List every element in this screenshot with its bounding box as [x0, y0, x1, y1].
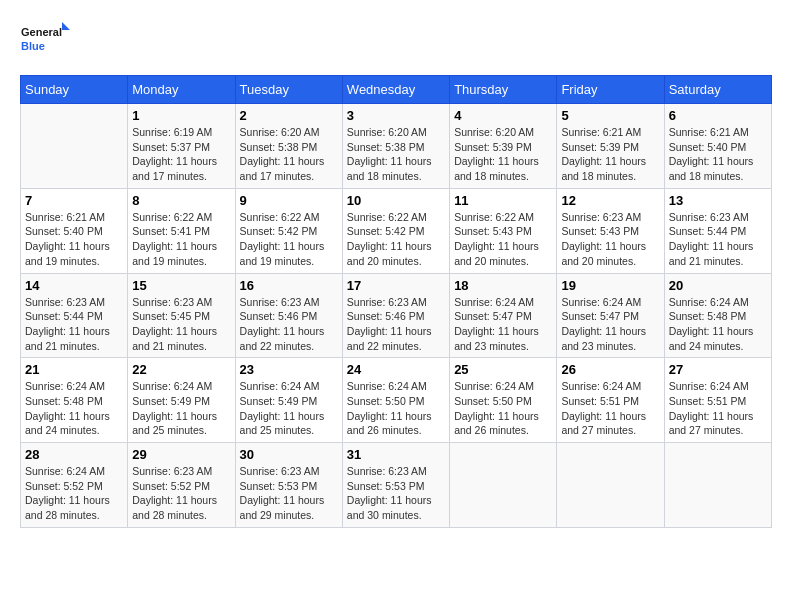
day-info: Sunrise: 6:22 AM Sunset: 5:42 PM Dayligh…	[240, 210, 338, 269]
day-number: 15	[132, 278, 230, 293]
calendar-cell	[21, 104, 128, 189]
calendar-cell: 19Sunrise: 6:24 AM Sunset: 5:47 PM Dayli…	[557, 273, 664, 358]
day-number: 4	[454, 108, 552, 123]
calendar-cell	[557, 443, 664, 528]
day-info: Sunrise: 6:20 AM Sunset: 5:38 PM Dayligh…	[347, 125, 445, 184]
calendar-cell: 28Sunrise: 6:24 AM Sunset: 5:52 PM Dayli…	[21, 443, 128, 528]
calendar-week-row: 7Sunrise: 6:21 AM Sunset: 5:40 PM Daylig…	[21, 188, 772, 273]
calendar-cell: 14Sunrise: 6:23 AM Sunset: 5:44 PM Dayli…	[21, 273, 128, 358]
calendar-header-sunday: Sunday	[21, 76, 128, 104]
day-info: Sunrise: 6:21 AM Sunset: 5:39 PM Dayligh…	[561, 125, 659, 184]
calendar-cell: 23Sunrise: 6:24 AM Sunset: 5:49 PM Dayli…	[235, 358, 342, 443]
calendar-cell: 24Sunrise: 6:24 AM Sunset: 5:50 PM Dayli…	[342, 358, 449, 443]
day-number: 10	[347, 193, 445, 208]
day-info: Sunrise: 6:24 AM Sunset: 5:48 PM Dayligh…	[25, 379, 123, 438]
calendar-header-wednesday: Wednesday	[342, 76, 449, 104]
calendar-cell: 17Sunrise: 6:23 AM Sunset: 5:46 PM Dayli…	[342, 273, 449, 358]
day-info: Sunrise: 6:24 AM Sunset: 5:49 PM Dayligh…	[240, 379, 338, 438]
calendar-cell: 13Sunrise: 6:23 AM Sunset: 5:44 PM Dayli…	[664, 188, 771, 273]
day-info: Sunrise: 6:20 AM Sunset: 5:39 PM Dayligh…	[454, 125, 552, 184]
logo: General Blue	[20, 20, 70, 65]
calendar-cell: 20Sunrise: 6:24 AM Sunset: 5:48 PM Dayli…	[664, 273, 771, 358]
day-info: Sunrise: 6:24 AM Sunset: 5:47 PM Dayligh…	[561, 295, 659, 354]
calendar-cell: 8Sunrise: 6:22 AM Sunset: 5:41 PM Daylig…	[128, 188, 235, 273]
calendar-cell: 4Sunrise: 6:20 AM Sunset: 5:39 PM Daylig…	[450, 104, 557, 189]
calendar-cell: 30Sunrise: 6:23 AM Sunset: 5:53 PM Dayli…	[235, 443, 342, 528]
day-number: 22	[132, 362, 230, 377]
day-number: 18	[454, 278, 552, 293]
day-number: 30	[240, 447, 338, 462]
calendar-cell: 29Sunrise: 6:23 AM Sunset: 5:52 PM Dayli…	[128, 443, 235, 528]
day-info: Sunrise: 6:23 AM Sunset: 5:46 PM Dayligh…	[240, 295, 338, 354]
day-number: 2	[240, 108, 338, 123]
calendar-header-monday: Monday	[128, 76, 235, 104]
day-info: Sunrise: 6:23 AM Sunset: 5:44 PM Dayligh…	[669, 210, 767, 269]
day-number: 1	[132, 108, 230, 123]
day-number: 3	[347, 108, 445, 123]
calendar-week-row: 28Sunrise: 6:24 AM Sunset: 5:52 PM Dayli…	[21, 443, 772, 528]
calendar-cell: 1Sunrise: 6:19 AM Sunset: 5:37 PM Daylig…	[128, 104, 235, 189]
day-info: Sunrise: 6:23 AM Sunset: 5:44 PM Dayligh…	[25, 295, 123, 354]
svg-text:General: General	[21, 26, 62, 38]
calendar-cell: 27Sunrise: 6:24 AM Sunset: 5:51 PM Dayli…	[664, 358, 771, 443]
day-number: 29	[132, 447, 230, 462]
page-header: General Blue	[20, 20, 772, 65]
day-number: 21	[25, 362, 123, 377]
day-number: 31	[347, 447, 445, 462]
day-info: Sunrise: 6:24 AM Sunset: 5:51 PM Dayligh…	[669, 379, 767, 438]
calendar-cell: 10Sunrise: 6:22 AM Sunset: 5:42 PM Dayli…	[342, 188, 449, 273]
day-info: Sunrise: 6:24 AM Sunset: 5:47 PM Dayligh…	[454, 295, 552, 354]
day-number: 7	[25, 193, 123, 208]
day-number: 12	[561, 193, 659, 208]
calendar-cell: 25Sunrise: 6:24 AM Sunset: 5:50 PM Dayli…	[450, 358, 557, 443]
day-number: 20	[669, 278, 767, 293]
calendar-cell: 12Sunrise: 6:23 AM Sunset: 5:43 PM Dayli…	[557, 188, 664, 273]
calendar-header-row: SundayMondayTuesdayWednesdayThursdayFrid…	[21, 76, 772, 104]
day-number: 24	[347, 362, 445, 377]
calendar-week-row: 1Sunrise: 6:19 AM Sunset: 5:37 PM Daylig…	[21, 104, 772, 189]
calendar-week-row: 21Sunrise: 6:24 AM Sunset: 5:48 PM Dayli…	[21, 358, 772, 443]
day-number: 28	[25, 447, 123, 462]
calendar-cell: 15Sunrise: 6:23 AM Sunset: 5:45 PM Dayli…	[128, 273, 235, 358]
calendar-cell: 7Sunrise: 6:21 AM Sunset: 5:40 PM Daylig…	[21, 188, 128, 273]
svg-marker-2	[62, 22, 70, 30]
calendar-cell: 21Sunrise: 6:24 AM Sunset: 5:48 PM Dayli…	[21, 358, 128, 443]
calendar-header-tuesday: Tuesday	[235, 76, 342, 104]
day-number: 14	[25, 278, 123, 293]
day-number: 8	[132, 193, 230, 208]
svg-text:Blue: Blue	[21, 40, 45, 52]
day-info: Sunrise: 6:22 AM Sunset: 5:43 PM Dayligh…	[454, 210, 552, 269]
day-info: Sunrise: 6:23 AM Sunset: 5:45 PM Dayligh…	[132, 295, 230, 354]
day-info: Sunrise: 6:23 AM Sunset: 5:52 PM Dayligh…	[132, 464, 230, 523]
day-info: Sunrise: 6:23 AM Sunset: 5:53 PM Dayligh…	[240, 464, 338, 523]
day-number: 13	[669, 193, 767, 208]
calendar-cell: 11Sunrise: 6:22 AM Sunset: 5:43 PM Dayli…	[450, 188, 557, 273]
day-number: 9	[240, 193, 338, 208]
calendar-cell: 6Sunrise: 6:21 AM Sunset: 5:40 PM Daylig…	[664, 104, 771, 189]
day-info: Sunrise: 6:22 AM Sunset: 5:42 PM Dayligh…	[347, 210, 445, 269]
day-info: Sunrise: 6:24 AM Sunset: 5:51 PM Dayligh…	[561, 379, 659, 438]
calendar-cell: 2Sunrise: 6:20 AM Sunset: 5:38 PM Daylig…	[235, 104, 342, 189]
day-info: Sunrise: 6:24 AM Sunset: 5:50 PM Dayligh…	[347, 379, 445, 438]
day-number: 25	[454, 362, 552, 377]
calendar-cell: 31Sunrise: 6:23 AM Sunset: 5:53 PM Dayli…	[342, 443, 449, 528]
calendar-cell: 26Sunrise: 6:24 AM Sunset: 5:51 PM Dayli…	[557, 358, 664, 443]
day-info: Sunrise: 6:23 AM Sunset: 5:43 PM Dayligh…	[561, 210, 659, 269]
day-number: 17	[347, 278, 445, 293]
calendar-cell: 16Sunrise: 6:23 AM Sunset: 5:46 PM Dayli…	[235, 273, 342, 358]
day-info: Sunrise: 6:21 AM Sunset: 5:40 PM Dayligh…	[25, 210, 123, 269]
day-number: 23	[240, 362, 338, 377]
day-number: 16	[240, 278, 338, 293]
logo-svg: General Blue	[20, 20, 70, 65]
day-info: Sunrise: 6:19 AM Sunset: 5:37 PM Dayligh…	[132, 125, 230, 184]
day-info: Sunrise: 6:20 AM Sunset: 5:38 PM Dayligh…	[240, 125, 338, 184]
calendar-cell	[664, 443, 771, 528]
day-number: 26	[561, 362, 659, 377]
calendar-cell: 3Sunrise: 6:20 AM Sunset: 5:38 PM Daylig…	[342, 104, 449, 189]
calendar-cell: 22Sunrise: 6:24 AM Sunset: 5:49 PM Dayli…	[128, 358, 235, 443]
calendar-cell: 5Sunrise: 6:21 AM Sunset: 5:39 PM Daylig…	[557, 104, 664, 189]
calendar-table: SundayMondayTuesdayWednesdayThursdayFrid…	[20, 75, 772, 528]
calendar-header-saturday: Saturday	[664, 76, 771, 104]
day-info: Sunrise: 6:21 AM Sunset: 5:40 PM Dayligh…	[669, 125, 767, 184]
day-info: Sunrise: 6:24 AM Sunset: 5:50 PM Dayligh…	[454, 379, 552, 438]
